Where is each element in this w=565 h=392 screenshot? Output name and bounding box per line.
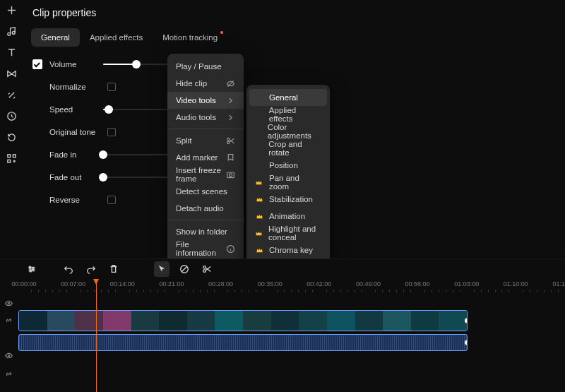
undo-icon[interactable] <box>61 261 76 277</box>
menu-video-tools[interactable]: Video tools <box>167 92 244 109</box>
prop-label: Fade in <box>49 150 103 159</box>
ruler-tick: 01:10:00 <box>504 280 528 287</box>
info-icon <box>226 244 235 254</box>
timeline: 00:00:0000:07:0000:14:0000:21:0000:28:00… <box>0 259 565 392</box>
menu-label: File information <box>176 240 226 257</box>
disable-icon[interactable] <box>177 261 192 277</box>
add-icon[interactable] <box>6 4 17 16</box>
submenu-stabilization[interactable]: Stabilization <box>246 191 330 208</box>
submenu-label: Position <box>269 161 298 170</box>
menu-detach-audio[interactable]: Detach audio <box>167 200 244 217</box>
text-icon[interactable] <box>6 47 17 58</box>
prop-label: Fade out <box>49 173 103 182</box>
prop-label: Speed <box>49 105 103 114</box>
volume-slider[interactable] <box>103 64 175 65</box>
timeline-ruler[interactable]: 00:00:0000:07:0000:14:0000:21:0000:28:00… <box>24 279 565 295</box>
prop-label: Reverse <box>49 196 103 204</box>
crown-icon <box>255 195 263 203</box>
svg-point-19 <box>30 270 31 271</box>
link-icon[interactable] <box>4 369 13 381</box>
submenu-general[interactable]: General <box>249 89 327 106</box>
prop-volume: Volume <box>32 58 175 71</box>
effects-icon[interactable] <box>6 89 17 100</box>
prop-reverse: Reverse <box>32 194 175 206</box>
tab-applied-effects[interactable]: Applied effects <box>80 28 153 47</box>
fade-in-slider[interactable] <box>103 154 175 155</box>
menu-split[interactable]: Split <box>167 132 244 149</box>
menu-label: Insert freeze frame <box>176 166 226 183</box>
menu-audio-tools[interactable]: Audio tools <box>167 109 244 126</box>
fade-out-slider[interactable] <box>103 177 175 178</box>
chevron-right-icon <box>225 112 235 122</box>
svg-point-5 <box>227 138 229 140</box>
chevron-right-icon <box>225 95 235 105</box>
submenu-position[interactable]: Position <box>246 157 330 174</box>
clip-handle[interactable] <box>465 319 468 323</box>
menu-label: Detect scenes <box>176 187 227 196</box>
eye-icon[interactable] <box>4 351 13 362</box>
menu-label: Play / Pause <box>176 62 222 71</box>
menu-label: Add marker <box>176 153 218 162</box>
marker-icon <box>225 153 235 162</box>
svg-point-18 <box>32 268 34 270</box>
speed-slider[interactable] <box>103 109 175 110</box>
menu-label: Audio tools <box>176 113 216 121</box>
submenu-color-adjustments[interactable]: Color adjustments <box>246 123 330 140</box>
clip-handle[interactable] <box>465 340 468 345</box>
delete-icon[interactable] <box>106 261 121 277</box>
submenu-label: Pan and zoom <box>269 174 321 191</box>
reverse-checkbox[interactable] <box>107 196 116 204</box>
svg-rect-2 <box>13 154 16 157</box>
clock-icon[interactable] <box>6 110 17 121</box>
submenu-pan-zoom[interactable]: Pan and zoom <box>246 174 330 191</box>
prop-original-tone: Original tone <box>32 126 175 138</box>
volume-checkbox[interactable] <box>32 59 42 69</box>
menu-hide-clip[interactable]: Hide clip <box>167 75 244 92</box>
menu-show-in-folder[interactable]: Show in folder <box>167 223 244 240</box>
svg-point-24 <box>8 355 9 356</box>
svg-point-8 <box>229 173 232 176</box>
menu-add-marker[interactable]: Add marker <box>167 149 244 166</box>
submenu-label: Color adjustments <box>268 123 321 140</box>
settings-icon[interactable] <box>24 261 40 277</box>
svg-point-6 <box>227 141 229 143</box>
submenu-highlight-conceal[interactable]: Highlight and conceal <box>246 225 330 242</box>
ruler-tick: 00:49:00 <box>356 280 381 287</box>
rotate-icon[interactable] <box>6 131 17 143</box>
prop-normalize: Normalize <box>32 81 175 93</box>
music-icon[interactable] <box>6 25 17 37</box>
menu-label: Show in folder <box>176 227 227 236</box>
submenu-applied-effects[interactable]: Applied effects <box>246 106 330 123</box>
submenu-animation[interactable]: Animation <box>246 208 330 225</box>
submenu-label: Animation <box>269 212 305 220</box>
eye-icon[interactable] <box>4 299 14 309</box>
transition-icon[interactable] <box>6 68 17 79</box>
split-icon[interactable] <box>199 261 215 277</box>
prop-label: Original tone <box>49 128 103 136</box>
svg-rect-3 <box>7 160 10 162</box>
playhead[interactable] <box>96 280 97 392</box>
cursor-icon[interactable] <box>154 261 170 277</box>
properties-list: Volume Normalize Speed Original tone Fad <box>23 47 185 218</box>
redo-icon[interactable] <box>83 261 99 277</box>
menu-detect-scenes[interactable]: Detect scenes <box>167 183 244 200</box>
audio-clip[interactable] <box>18 334 468 351</box>
more-icon[interactable] <box>6 153 17 164</box>
ruler-tick: 00:00:00 <box>11 280 36 287</box>
badge-dot <box>220 31 223 34</box>
tab-motion-tracking[interactable]: Motion tracking <box>153 28 227 47</box>
tab-general[interactable]: General <box>31 28 80 47</box>
submenu-chroma-key[interactable]: Chroma key <box>246 242 330 259</box>
menu-play-pause[interactable]: Play / Pause <box>167 58 244 75</box>
menu-file-information[interactable]: File information <box>167 240 244 257</box>
submenu-label: General <box>269 93 298 102</box>
menu-insert-freeze[interactable]: Insert freeze frame <box>167 166 244 183</box>
original-tone-checkbox[interactable] <box>107 128 116 136</box>
menu-label: Video tools <box>176 96 216 105</box>
video-clip[interactable] <box>18 310 468 331</box>
prop-label: Normalize <box>49 83 103 91</box>
ruler-tick: 00:35:00 <box>258 280 282 287</box>
submenu-crop-rotate[interactable]: Crop and rotate <box>246 140 330 157</box>
link-icon[interactable] <box>4 316 14 326</box>
normalize-checkbox[interactable] <box>107 83 116 91</box>
